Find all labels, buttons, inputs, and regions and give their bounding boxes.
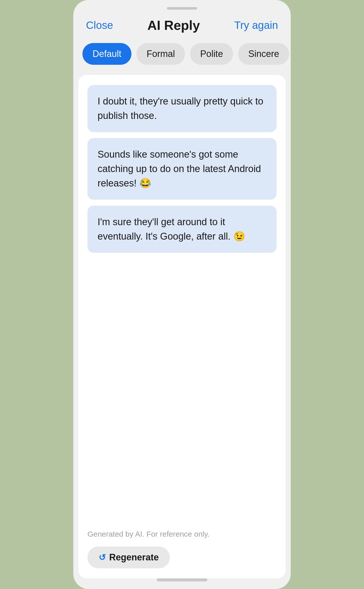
message-text-1: I doubt it, they're usually pretty quick… [98, 96, 263, 121]
message-bubble-3[interactable]: I'm sure they'll get around to it eventu… [87, 206, 277, 253]
regenerate-icon: ↺ [99, 552, 106, 562]
drag-handle-top [167, 7, 197, 10]
content-card: I doubt it, they're usually pretty quick… [78, 75, 286, 578]
message-bubble-2[interactable]: Sounds like someone's got some catching … [87, 138, 277, 200]
close-button[interactable]: Close [86, 19, 113, 31]
ai-disclaimer: Generated by AI. For reference only. [87, 530, 277, 538]
message-text-3: I'm sure they'll get around to it eventu… [98, 217, 245, 242]
tone-chip-polite[interactable]: Polite [190, 43, 233, 65]
phone-frame: Close AI Reply Try again Default Formal … [73, 0, 291, 589]
tone-chip-default[interactable]: Default [82, 43, 131, 65]
tone-chip-sincere[interactable]: Sincere [238, 43, 289, 65]
regenerate-label: Regenerate [109, 552, 159, 563]
drag-handle-bottom [157, 578, 207, 581]
tone-selector: Default Formal Polite Sincere [73, 43, 291, 65]
message-text-2: Sounds like someone's got some catching … [98, 149, 261, 188]
try-again-button[interactable]: Try again [234, 19, 278, 31]
page-title: AI Reply [147, 18, 200, 33]
header: Close AI Reply Try again [73, 18, 291, 33]
message-bubble-1[interactable]: I doubt it, they're usually pretty quick… [87, 85, 277, 132]
tone-chip-formal[interactable]: Formal [136, 43, 185, 65]
regenerate-button[interactable]: ↺ Regenerate [87, 546, 170, 568]
